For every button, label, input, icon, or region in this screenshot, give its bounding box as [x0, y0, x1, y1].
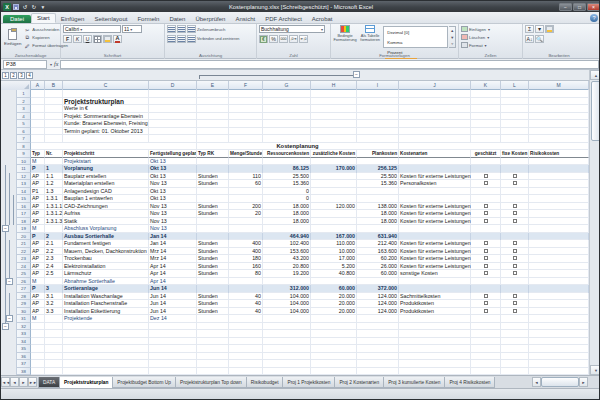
find-select-button[interactable]: 🔍 [535, 35, 544, 43]
cell-H1[interactable] [311, 90, 357, 98]
cell-J31[interactable] [399, 315, 471, 323]
cell-K26[interactable] [471, 278, 501, 286]
cell-B32[interactable] [45, 323, 63, 331]
cell-D12[interactable]: Okt 13 [149, 173, 197, 181]
cell-B9[interactable]: Nr. [45, 150, 63, 158]
decrease-decimal-button[interactable]: ↞,0 [299, 35, 308, 43]
increase-decimal-button[interactable]: ,0↠ [289, 35, 298, 43]
cell-A36[interactable] [31, 353, 45, 361]
cell-E37[interactable] [197, 360, 229, 368]
cell-A35[interactable] [31, 345, 45, 353]
cell-K7[interactable] [471, 135, 501, 143]
cell-E4[interactable] [197, 113, 229, 121]
cell-D28[interactable]: Jun 14 [149, 293, 197, 301]
cell-M38[interactable] [529, 368, 589, 376]
row-header-35[interactable]: 35 [17, 345, 31, 353]
clear-button[interactable] [545, 25, 554, 33]
cell-D15[interactable]: Okt 13 [149, 195, 197, 203]
cell-G13[interactable]: 15.360 [263, 180, 311, 188]
cell-M28[interactable] [529, 293, 589, 301]
row-header-34[interactable]: 34 [17, 338, 31, 346]
cell-B20[interactable]: 2 [45, 233, 63, 241]
cell-G11[interactable]: 86.125 [263, 165, 311, 173]
row-header-28[interactable]: 28 [17, 293, 31, 301]
row-header-2[interactable]: 2 [17, 98, 31, 106]
cell-L35[interactable] [501, 345, 529, 353]
cell-A20[interactable]: P [31, 233, 45, 241]
cell-A15[interactable]: AP [31, 195, 45, 203]
cell-A8[interactable] [31, 143, 197, 151]
cell-I20[interactable]: 631.940 [357, 233, 399, 241]
cell-M20[interactable] [529, 233, 589, 241]
cell-D2[interactable] [149, 98, 197, 106]
cell-A19[interactable]: M [31, 225, 45, 233]
cell-A37[interactable] [31, 360, 45, 368]
cell-C13[interactable]: Materialplan erstellen [63, 180, 149, 188]
cell-F27[interactable] [229, 285, 263, 293]
cell-K11[interactable] [471, 165, 501, 173]
cell-M7[interactable] [529, 135, 589, 143]
cell-H19[interactable] [311, 225, 357, 233]
cell-C4[interactable]: Projekt: Sommeranlage Eberwein [63, 113, 149, 121]
cell-M13[interactable] [529, 180, 589, 188]
cell-I35[interactable] [357, 345, 399, 353]
cell-D24[interactable]: Apr 14 [149, 263, 197, 271]
cell-B14[interactable]: 1.3 [45, 188, 63, 196]
row-header-8[interactable]: 8 [17, 143, 31, 151]
cell-A4[interactable] [31, 113, 45, 121]
cell-I19[interactable] [357, 225, 399, 233]
cell-I3[interactable] [357, 105, 399, 113]
cell-D11[interactable]: Okt 13 [149, 165, 197, 173]
sheet-tab-proj-4-risikokosten[interactable]: Proj 4 Risikokosten [444, 377, 495, 388]
italic-button[interactable]: K [73, 35, 82, 43]
cell-H16[interactable]: 120.000 [311, 203, 357, 211]
cell-J9[interactable]: Kostenarten [399, 150, 471, 158]
cell-B29[interactable]: 3.2 [45, 300, 63, 308]
cell-E30[interactable]: Stunden [197, 308, 229, 316]
sheet-tab-data[interactable]: DATA [38, 377, 60, 388]
column-header-G[interactable]: G [263, 81, 311, 90]
column-header-J[interactable]: J [399, 81, 471, 90]
cell-F10[interactable] [229, 158, 263, 166]
cell-M21[interactable] [529, 240, 589, 248]
cell-H2[interactable] [311, 98, 357, 106]
save-icon[interactable] [12, 3, 20, 11]
cell-G28[interactable]: 104.000 [263, 293, 311, 301]
cell-D6[interactable] [149, 128, 197, 136]
row-header-10[interactable]: 10 [17, 158, 31, 166]
cell-K27[interactable] [471, 285, 501, 293]
cell-K24[interactable] [471, 263, 501, 271]
cell-G3[interactable] [263, 105, 311, 113]
cell-M23[interactable] [529, 255, 589, 263]
cell-F33[interactable] [229, 330, 263, 338]
cell-F32[interactable] [229, 323, 263, 331]
cell-A12[interactable]: AP [31, 173, 45, 181]
checkbox-fixe-kosten[interactable] [513, 211, 517, 215]
cell-C2[interactable]: Projektstrukturplan [63, 98, 149, 106]
cell-D23[interactable]: Mrz 14 [149, 255, 197, 263]
cell-H24[interactable]: 5.200 [311, 263, 357, 271]
cell-E29[interactable]: Stunden [197, 300, 229, 308]
cell-J34[interactable] [399, 338, 471, 346]
cell-I6[interactable] [357, 128, 399, 136]
cell-B21[interactable]: 2.1 [45, 240, 63, 248]
row-header-14[interactable]: 14 [17, 188, 31, 196]
cell-J32[interactable] [399, 323, 471, 331]
cell-C17[interactable]: Aufriss [63, 210, 149, 218]
cell-J12[interactable]: Kosten für externe Leistungen [399, 173, 471, 181]
cell-F7[interactable] [229, 135, 263, 143]
wrap-text-label[interactable]: Zeilenumbruch [197, 27, 225, 32]
cell-J5[interactable] [399, 120, 471, 128]
cell-L38[interactable] [501, 368, 529, 376]
cell-J18[interactable]: Kosten für externe Leistungen [399, 218, 471, 226]
cell-E36[interactable] [197, 353, 229, 361]
cell-C1[interactable] [63, 90, 149, 98]
cell-E13[interactable]: Stunden [197, 180, 229, 188]
cell-A6[interactable] [31, 128, 45, 136]
row-header-11[interactable]: 11 [17, 165, 31, 173]
cell-M10[interactable] [529, 158, 589, 166]
cell-I30[interactable]: 124.000 [357, 308, 399, 316]
cell-K22[interactable] [471, 248, 501, 256]
cell-J27[interactable] [399, 285, 471, 293]
cell-C18[interactable]: Statik [63, 218, 149, 226]
